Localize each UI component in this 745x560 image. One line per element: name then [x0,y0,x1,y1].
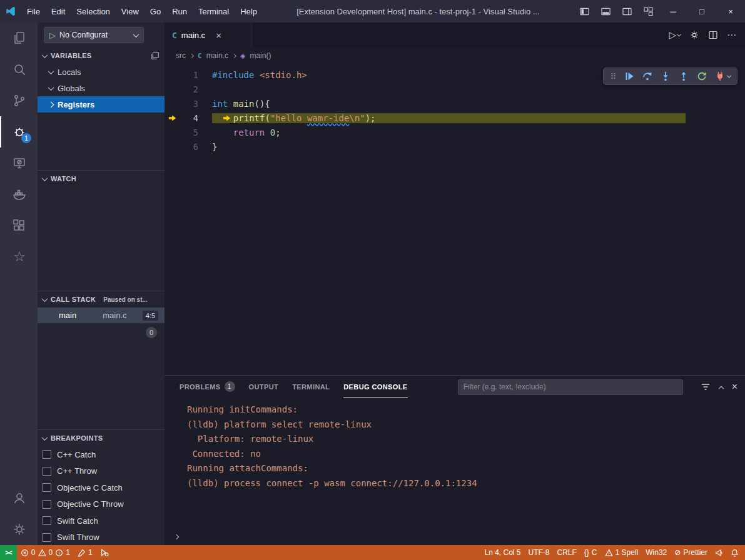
panel-tab-output[interactable]: OUTPUT [249,376,279,398]
menu-run[interactable]: Run [166,4,193,19]
breakpoints-header[interactable]: BREAKPOINTS [38,430,165,446]
source-control-icon [12,93,27,108]
console-input-row[interactable] [165,529,745,545]
activity-search[interactable] [0,54,38,85]
variables-tree: LocalsGlobalsRegisters [38,64,165,112]
step-into-button[interactable] [661,71,671,81]
breakpoint-row[interactable]: Objective C Catch [38,479,165,496]
minimize-button[interactable]: ─ [659,0,687,22]
step-out-button[interactable] [679,71,689,81]
restart-button[interactable] [697,71,707,81]
breakpoint-row[interactable]: Objective C Throw [38,496,165,513]
activity-extensions[interactable] [0,210,38,241]
console-filter-input[interactable] [458,379,683,395]
variables-group-locals[interactable]: Locals [38,64,165,80]
breakpoint-checkbox[interactable] [43,450,51,459]
activity-docker[interactable] [0,179,38,210]
close-panel-icon[interactable]: × [732,381,737,392]
problems-status[interactable]: 0 0 1 [17,545,74,560]
variables-group-globals[interactable]: Globals [38,80,165,96]
menu-selection[interactable]: Selection [71,4,115,19]
line-number: 1 [181,70,198,80]
breakpoint-checkbox[interactable] [43,516,51,525]
language-mode[interactable]: {} C [580,545,601,560]
tab-main-c[interactable]: C main.c × [165,22,252,48]
activity-explorer[interactable] [0,22,38,54]
split-editor-icon[interactable] [708,30,718,40]
menu-help[interactable]: Help [235,4,263,19]
step-over-button[interactable] [642,71,652,81]
code-line-5[interactable]: 5 return 0; [165,125,745,139]
tasks-status[interactable]: 1 [74,545,96,560]
code-line-3[interactable]: 3int main(){ [165,96,745,111]
activity-settings[interactable] [0,514,38,545]
remote-indicator[interactable]: >< [0,545,17,560]
panel-tab-problems[interactable]: PROBLEMS1 [180,376,235,398]
breakpoint-row[interactable]: C++ Catch [38,446,165,463]
filter-lines-icon[interactable] [701,382,711,392]
tab-close-icon[interactable]: × [216,30,221,41]
breakpoint-row[interactable]: Swift Throw [38,529,165,546]
variables-header[interactable]: VARIABLES [38,48,165,64]
breadcrumbs[interactable]: src C main.c ◈ main() [165,48,745,64]
debug-status[interactable] [96,545,113,560]
editor-gear-icon[interactable] [689,30,699,40]
code-line-6[interactable]: 6} [165,139,745,154]
toggle-secondary-sidebar-icon[interactable] [616,0,637,22]
toggle-panel-icon[interactable] [595,0,616,22]
maximize-button[interactable]: □ [687,0,716,22]
customize-layout-icon[interactable] [637,0,659,22]
announcement-status[interactable] [711,545,727,560]
close-button[interactable]: × [716,0,745,22]
variables-panel-icon[interactable] [151,51,160,60]
call-stack-header[interactable]: CALL STACK Paused on st... [38,291,165,308]
breadcrumb-folder[interactable]: src [176,51,186,60]
launch-config-dropdown[interactable]: ▷ No Configurat [44,27,144,43]
variables-title: VARIABLES [51,52,91,59]
code-line-4[interactable]: 4 printf("hello wamr-ide\n"); [165,111,745,125]
spell-checker-status[interactable]: 1 Spell [601,545,642,560]
menu-file[interactable]: File [21,4,46,19]
run-file-button[interactable]: ▷ [669,29,681,41]
panel-tab-debug-console[interactable]: DEBUG CONSOLE [343,376,407,398]
maximize-panel-icon[interactable] [718,386,723,391]
cursor-position[interactable]: Ln 4, Col 5 [480,545,524,560]
continue-button[interactable] [624,71,634,81]
platform-target[interactable]: Win32 [642,545,671,560]
menu-view[interactable]: View [116,4,144,19]
watch-header[interactable]: WATCH [38,171,165,187]
activity-run-debug[interactable]: 1 [0,116,38,148]
debug-status-icon [100,548,109,557]
activity-account[interactable] [0,482,38,514]
more-actions-icon[interactable]: ⋯ [727,29,736,41]
breakpoint-checkbox[interactable] [43,467,51,476]
chevron-down-icon [42,434,48,441]
breakpoint-checkbox[interactable] [43,483,51,492]
stack-frame-row[interactable]: main main.c 4:5 [38,308,165,323]
debug-console-output[interactable]: Running initCommands:(lldb) platform sel… [165,398,745,529]
activity-source-control[interactable] [0,85,38,116]
toggle-sidebar-icon[interactable] [574,0,595,22]
breadcrumb-file[interactable]: main.c [206,51,228,60]
breakpoint-row[interactable]: C++ Throw [38,463,165,480]
breakpoint-label: C++ Catch [57,450,96,459]
menu-terminal[interactable]: Terminal [193,4,235,19]
eol-sequence[interactable]: CRLF [554,545,580,560]
variables-group-registers[interactable]: Registers [38,96,165,112]
disconnect-button[interactable] [715,71,731,81]
breakpoint-checkbox[interactable] [43,533,51,542]
activity-favorites[interactable]: ☆ [0,241,38,272]
panel-tab-terminal[interactable]: TERMINAL [292,376,330,398]
console-line: (lldb) process connect -p wasm connect:/… [187,478,745,493]
formatter-status[interactable]: ⊘ Prettier [671,545,711,560]
menu-go[interactable]: Go [144,4,166,19]
breakpoint-checkbox[interactable] [43,500,51,509]
menu-edit[interactable]: Edit [46,4,71,19]
notifications-bell[interactable] [727,545,745,560]
activity-remote-explorer[interactable] [0,148,38,179]
encoding[interactable]: UTF-8 [525,545,554,560]
toolbar-grip-icon[interactable]: ⠿ [610,72,616,81]
code-editor[interactable]: 1#include <stdio.h>23int main(){4 printf… [165,64,745,375]
breadcrumb-symbol[interactable]: main() [250,51,271,60]
breakpoint-row[interactable]: Swift Catch [38,512,165,529]
